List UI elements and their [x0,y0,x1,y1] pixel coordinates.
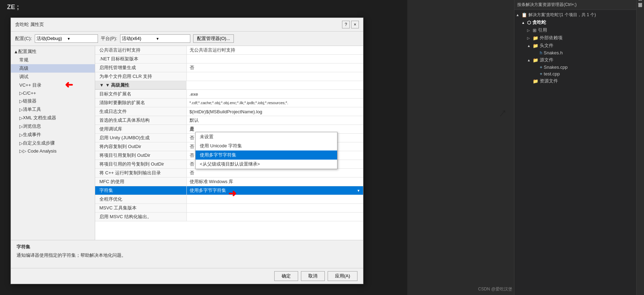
tree-buildevents-node[interactable]: ▷ 生成事件 [11,130,95,139]
tree-linker-node[interactable]: ▷ 链接器 [11,97,95,105]
prop-clr-value: 无公共语言运行时支持 [186,46,363,55]
prop-log-value: $(IntDir)$(MSBuildProjectName).log [186,107,363,116]
tree-debug-node[interactable]: 调试 [11,73,95,81]
tree-custom-node[interactable]: ▷ 自定义生成步骤 [11,139,95,147]
tree-snakes-cpp[interactable]: + Snakes.cpp [514,64,644,71]
prop-build-label: 首选的生成工具体系结构 [95,116,186,125]
cpp-label: C/C++ [23,90,36,96]
desc-text: 通知编译器使用指定的字符集；帮助解决本地化问题。 [17,252,357,259]
close-button[interactable]: × [351,21,359,28]
vtab-team[interactable]: 团队资源管理器 [637,8,644,13]
linker-label: 链接器 [23,98,37,104]
description-panel: 字符集 通知编译器使用指定的字符集；帮助解决本地化问题。 [11,240,363,268]
tree-codeanalysis-node[interactable]: ▷ ▷ Code Analysis [11,147,95,155]
toolbar-search-text: 按条解决方案资源管理器(Ctrl+;) [517,2,577,8]
charset-dropdown-arrow[interactable]: ▼ [357,189,360,193]
prop-clean-value: *.cdf;*.cache;*.obj;*.obj.enc;*.ilk;*.ip… [186,99,363,107]
tree-ext-item[interactable]: ▷ 📁 外部依赖项 [514,34,644,42]
tree-resources-folder[interactable]: 📁 资源文件 [514,77,644,85]
vtab-search[interactable]: 搜索解决方案 [637,1,644,7]
prop-mfc-label: MFC 的使用 [95,177,186,186]
dropdown-item-unset[interactable]: 未设置 [196,132,337,141]
prop-build-row: 首选的生成工具体系结构 默认 [95,116,363,125]
prop-copyrt-value: 否 [186,169,363,177]
tree-test-cpp[interactable]: + test.cpp [514,71,644,77]
project-item[interactable]: ▲ ⬡ 贪吃蛇 [514,19,644,26]
root-label: 配置属性 [18,48,37,55]
tree-root-node[interactable]: ▲ 配置属性 [11,47,95,56]
solution-root-item[interactable]: ▲ 📋 解决方案'贪吃蛇'(1 个项目，共 1 个) [514,11,644,19]
buildevents-label: 生成事件 [23,132,41,138]
prop-optim-label: 全程序优化 [95,195,186,204]
solution-label: 解决方案'贪吃蛇'(1 个项目，共 1 个) [528,12,596,18]
tree-advanced-node[interactable]: 高级 [11,64,95,73]
help-button[interactable]: ? [342,21,350,28]
prop-structured-value [186,213,363,221]
prop-clr-row: 公共语言运行时支持 无公共语言运行时支持 [95,46,363,55]
test-cpp-label: test.cpp [544,71,560,76]
tree-headers-folder[interactable]: ▲ 📁 头文件 [514,42,644,49]
ok-button[interactable]: 确定 [274,271,298,281]
ref-label: 引用 [538,27,547,33]
dropdown-item-inherit[interactable]: <从父级或项目默认设置继承> [196,160,337,169]
config-label: 配置(C): [15,35,32,42]
section2-label: ▼ ▼ 高级属性 [95,81,186,89]
tree-browse-node[interactable]: ▷ 浏览信息 [11,122,95,130]
tree-cpp-node[interactable]: ▷ C/C++ [11,89,95,97]
tree-ref-item[interactable]: ▷ ⊞ 引用 [514,26,644,34]
vertical-tab-strip: 搜索解决方案 团队资源管理器 [636,0,644,295]
prop-clr2-value [186,72,363,81]
ext-icon: 📁 [533,35,538,41]
prop-msvc-value [186,204,363,213]
h-icon: h [540,50,542,55]
platform-value: 活动(x64) [122,35,155,42]
manifest-label: 清单工具 [23,106,41,113]
config-select[interactable]: 活动(Debug) ▼ [35,34,98,43]
tree-vcpp-node[interactable]: VC++ 目录 [11,81,95,89]
project-arrow: ▲ [521,21,527,25]
prop-net-value [186,55,363,63]
csdn-watermark: CSDN @爱吃汉堡 [478,286,512,292]
snakes-cpp-label: Snakes.cpp [544,65,568,70]
config-manager-button[interactable]: 配置管理器(O)... [193,34,234,43]
tree-manifest-node[interactable]: ▷ 清单工具 [11,105,95,114]
dropdown-item-unicode[interactable]: 使用 Unicode 字符集 [196,141,337,150]
prop-ext-label: 目标文件扩展名 [95,90,186,99]
cancel-button[interactable]: 取消 [301,271,325,281]
prop-optim-row: 全程序优化 [95,195,363,204]
ref-arrow: ▷ [527,28,533,32]
apply-button[interactable]: 应用(A) [328,271,357,281]
project-icon: ⬡ [527,20,531,25]
prop-unity-label: 启用 Unity (JUMBO)生成 [95,134,186,142]
prop-charset-row[interactable]: 字符集 使用多字节字符集 ▼ [95,186,363,195]
prop-structured-row: 启用 MSVC 结构化输出。 [95,213,363,221]
debug-label: 调试 [19,74,28,80]
general-label: 常规 [19,57,28,63]
buildevents-expand: ▷ [19,132,23,138]
tree-snakes-h[interactable]: h Snakes.h [514,49,644,56]
prop-charset-value: 使用多字节字符集 ▼ [187,186,363,195]
dropdown-item-multibyte[interactable]: 使用多字节字符集 [196,150,337,160]
tree-general-node[interactable]: 常规 [11,56,95,64]
section2-header: ▼ ▼ 高级属性 [95,81,363,90]
solution-explorer-toolbar: 按条解决方案资源管理器(Ctrl+;) [514,0,644,10]
prop-ext-row: 目标文件扩展名 .exe [95,90,363,99]
tree-source-folder[interactable]: ▲ 📁 源文件 [514,56,644,64]
section2-expand: ▼ [99,82,104,88]
platform-select[interactable]: 活动(x64) ▼ [120,34,190,43]
prop-mfc-value: 使用标准 Windows 库 [186,177,363,186]
headers-arrow: ▲ [527,44,533,48]
source-icon: 📁 [533,58,538,63]
custom-expand: ▷ [19,141,23,146]
dialog-footer: 确定 取消 应用(A) [11,268,363,284]
ext-label: 外部依赖项 [540,35,563,41]
prop-debug-label: 使用调试库 [95,125,186,134]
xml-label: XML 文档生成器 [23,115,56,121]
solution-arrow: ▲ [516,13,521,17]
source-arrow: ▲ [527,58,533,62]
headers-label: 头文件 [540,42,553,49]
prop-net-row: .NET 目标框架版本 [95,55,363,63]
dialog-title: 贪吃蛇 属性页 [15,21,44,28]
solution-explorer-panel: 按条解决方案资源管理器(Ctrl+;) ▲ 📋 解决方案'贪吃蛇'(1 个项目，… [514,0,644,295]
tree-xml-node[interactable]: ▷ XML 文档生成器 [11,114,95,122]
